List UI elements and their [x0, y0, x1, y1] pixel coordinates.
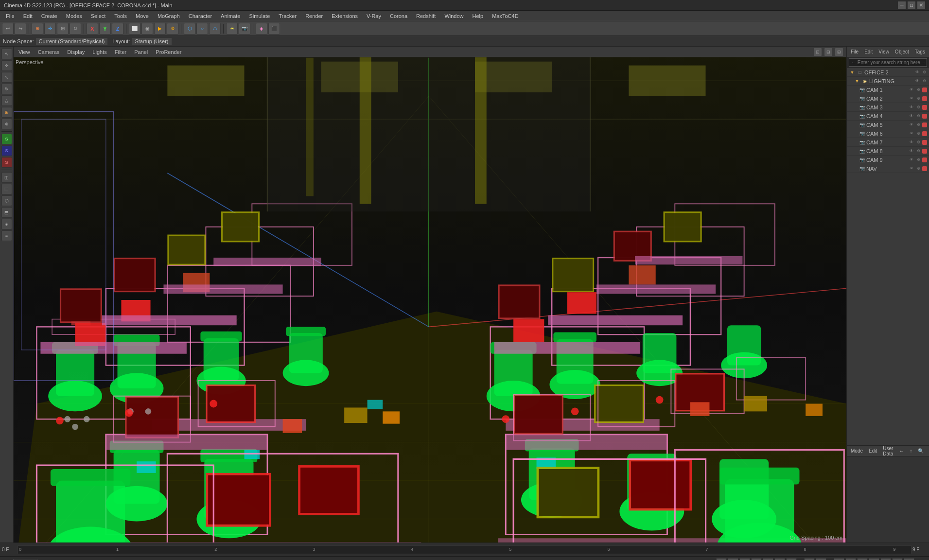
measure-tool[interactable]: ◫ [1, 172, 12, 183]
user-data-tab[interactable]: User Data [881, 445, 895, 457]
cam9-vis[interactable]: 👁 [909, 157, 914, 163]
menu-item-edit[interactable]: Edit [19, 12, 36, 20]
play-reverse-button[interactable]: ◀ [739, 558, 750, 560]
cam4-cfg[interactable]: ⚙ [915, 113, 921, 119]
menu-item-animate[interactable]: Animate [217, 12, 244, 20]
cube-button[interactable]: ⬡ [184, 23, 195, 35]
menu-item-create[interactable]: Create [37, 12, 61, 20]
tree-item-cam4[interactable]: 📷 CAM 4 👁 ⚙ [847, 112, 929, 121]
redo-button[interactable]: ↪ [15, 23, 26, 35]
timeline-btn-3[interactable]: ⊡ [857, 558, 868, 560]
up-arrow[interactable]: ↑ [908, 448, 914, 454]
coord-y[interactable]: Y [99, 23, 111, 35]
model-mode[interactable]: ⬜ [129, 23, 140, 35]
move-tool[interactable]: ✛ [1, 60, 12, 71]
timeline-btn-6[interactable]: ⊘ [892, 558, 903, 560]
cylinder-button[interactable]: ⬭ [209, 23, 221, 35]
menu-item-maxtoc4d[interactable]: MaxToC4D [488, 12, 522, 20]
tree-item-nav[interactable]: 📷 NAV 👁 ⚙ [847, 164, 929, 173]
menu-item-redshift[interactable]: Redshift [412, 12, 439, 20]
view-menu[interactable]: View [17, 48, 32, 56]
timeline-track[interactable]: 0 1 2 3 4 5 6 7 8 9 [18, 545, 911, 554]
cam7-cfg[interactable]: ⚙ [915, 140, 921, 145]
cam7-vis[interactable]: 👁 [909, 140, 914, 145]
object-mode[interactable]: ◉ [141, 23, 153, 35]
extrude-tool[interactable]: ⬒ [1, 207, 12, 218]
record-button[interactable]: ⏺ [804, 558, 815, 560]
menu-item-v-ray[interactable]: V-Ray [363, 12, 385, 20]
cam1-vis[interactable]: 👁 [909, 87, 914, 93]
tree-item-cam3[interactable]: 📷 CAM 3 👁 ⚙ [847, 103, 929, 112]
title-controls[interactable]: ─ □ ✕ [898, 1, 925, 9]
knife-tool[interactable]: ⬡ [1, 195, 12, 206]
sphere-button[interactable]: ○ [196, 23, 208, 35]
tree-item-cam8[interactable]: 📷 CAM 8 👁 ⚙ [847, 147, 929, 156]
prev-frame-button[interactable]: ⏪ [728, 558, 738, 560]
scale-button[interactable]: ⊞ [57, 23, 69, 35]
search-input[interactable] [849, 58, 927, 67]
menu-item-corona[interactable]: Corona [386, 12, 411, 20]
scale-tool[interactable]: ⤡ [1, 72, 12, 83]
rotate-tool[interactable]: ↻ [1, 84, 12, 94]
display-menu[interactable]: Display [65, 48, 87, 56]
viewport-canvas[interactable]: Perspective Grid Spacing : 100 cm [14, 57, 846, 542]
edit-tab[interactable]: Edit [862, 49, 875, 55]
render-settings[interactable]: ⚙ [167, 23, 178, 35]
goto-start-button[interactable]: ⏮ [716, 558, 727, 560]
prorender-menu[interactable]: ProRender [154, 48, 183, 56]
select-tool[interactable]: ↖ [1, 49, 12, 59]
mode-tab[interactable]: Mode [849, 448, 865, 454]
cam2-cfg[interactable]: ⚙ [915, 96, 921, 102]
cam6-vis[interactable]: 👁 [909, 131, 914, 137]
cam8-vis[interactable]: 👁 [909, 148, 914, 154]
vis-icon-2[interactable]: 👁 [914, 78, 920, 84]
menu-item-window[interactable]: Window [440, 12, 467, 20]
cam9-cfg[interactable]: ⚙ [915, 157, 921, 163]
cam8-cfg[interactable]: ⚙ [915, 148, 921, 154]
back-arrow[interactable]: ← [897, 448, 906, 454]
timeline-btn-5[interactable]: ⊗ [880, 558, 891, 560]
tags-tab[interactable]: Tags [913, 49, 927, 55]
fps-button[interactable]: ⊞ [834, 558, 844, 560]
bevel-tool[interactable]: ◈ [1, 219, 12, 229]
menu-item-character[interactable]: Character [185, 12, 216, 20]
stop-button[interactable]: ■ [751, 558, 762, 560]
move-button[interactable]: ✛ [44, 23, 56, 35]
cameras-menu[interactable]: Cameras [36, 48, 62, 56]
cam6-cfg[interactable]: ⚙ [915, 131, 921, 137]
timeline-btn-7[interactable]: ⊙ [904, 558, 914, 560]
close-button[interactable]: ✕ [917, 1, 925, 9]
view-tab[interactable]: View [876, 49, 891, 55]
minimize-button[interactable]: ─ [898, 1, 906, 9]
vis-icon[interactable]: 👁 [914, 70, 920, 75]
panel-menu[interactable]: Panel [132, 48, 150, 56]
tree-item-office2[interactable]: ▼ □ OFFICE 2 👁 ⚙ [847, 68, 929, 77]
object-tab[interactable]: Object [893, 49, 911, 55]
render-button[interactable]: ▶ [154, 23, 166, 35]
axis-tool[interactable]: ⊕ [1, 119, 12, 129]
menu-item-extensions[interactable]: Extensions [328, 12, 362, 20]
search-btn[interactable]: 🔍 [916, 448, 926, 454]
layout-value[interactable]: Startup (User) [132, 38, 171, 45]
coord-z[interactable]: Z [112, 23, 123, 35]
cam4-vis[interactable]: 👁 [909, 113, 914, 119]
coord-x[interactable]: X [87, 23, 98, 35]
tree-item-lighting[interactable]: ▼ ◉ LIGHTING 👁 ⚙ [847, 77, 929, 86]
material-button[interactable]: ◈ [256, 23, 267, 35]
menu-item-render[interactable]: Render [301, 12, 327, 20]
cam5-cfg[interactable]: ⚙ [915, 122, 921, 128]
tree-item-cam7[interactable]: 📷 CAM 7 👁 ⚙ [847, 138, 929, 147]
texture-button[interactable]: ⬛ [268, 23, 280, 35]
goto-end-button[interactable]: ⏭ [786, 558, 797, 560]
cam3-vis[interactable]: 👁 [909, 105, 914, 110]
tree-item-cam5[interactable]: 📷 CAM 5 👁 ⚙ [847, 121, 929, 129]
left-btn-s[interactable]: S [1, 134, 12, 144]
lock-icon-2[interactable]: ⚙ [921, 78, 927, 84]
snap-tool[interactable]: ⊞ [1, 107, 12, 118]
lights-menu[interactable]: Lights [90, 48, 108, 56]
tree-item-cam2[interactable]: 📷 CAM 2 👁 ⚙ [847, 94, 929, 103]
auto-key-button[interactable]: 🔑 [816, 558, 826, 560]
annotation-tool[interactable]: ⬚ [1, 184, 12, 194]
light-button[interactable]: ☀ [226, 23, 238, 35]
timeline-btn-2[interactable]: ⊟ [845, 558, 856, 560]
